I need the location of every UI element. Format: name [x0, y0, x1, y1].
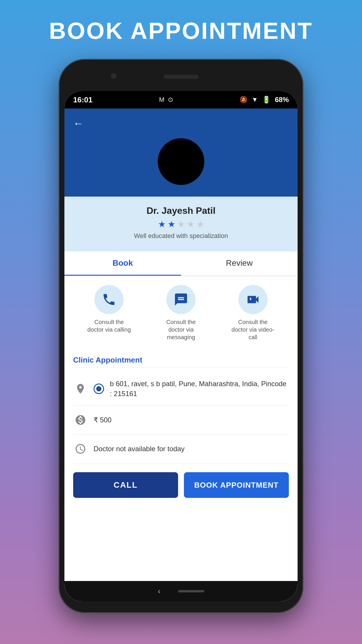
call-button[interactable]: CALL — [73, 472, 178, 498]
book-appointment-button[interactable]: BOOK APPOINTMENT — [184, 472, 289, 498]
address-text: b 601, ravet, s b patil, Pune, Maharasht… — [110, 379, 289, 398]
radio-button[interactable] — [94, 384, 104, 394]
star-1: ★ — [158, 219, 166, 229]
fee-text: ₹ 500 — [94, 415, 112, 425]
bell-icon: 🔕 — [240, 96, 247, 104]
wifi-icon: ▼ — [252, 96, 258, 104]
clock-icon — [73, 442, 88, 456]
video-icon-circle — [238, 285, 268, 314]
home-indicator[interactable] — [178, 590, 204, 592]
phone-bottom-bar: ‹ — [64, 581, 298, 601]
address-row: b 601, ravet, s b patil, Pune, Maharasht… — [73, 372, 289, 406]
doctor-name: Dr. Jayesh Patil — [147, 205, 216, 216]
consult-video-label: Consult the doctor via video-call — [230, 318, 276, 341]
star-2: ★ — [168, 219, 175, 229]
target-icon: ⊙ — [168, 96, 173, 104]
availability-text: Doctor not available for today — [94, 444, 184, 454]
tab-review[interactable]: Review — [181, 251, 298, 276]
status-icons: M ⊙ — [159, 96, 173, 104]
consult-call-label: Consult the doctor via calling — [86, 318, 132, 333]
speaker — [164, 75, 198, 79]
clinic-section-title: Clinic Appointment — [73, 356, 289, 367]
call-icon-circle — [94, 285, 124, 314]
page-title: BOOK APPOINTMENT — [49, 18, 313, 44]
tabs-bar: Book Review — [64, 251, 298, 276]
message-icon-circle — [166, 285, 196, 314]
app-content: ← Dr. Jayesh Patil ★ ★ ★ ★ ★ Well educat… — [64, 108, 298, 581]
star-3: ★ — [177, 219, 185, 229]
avatar — [158, 138, 204, 185]
fee-row: ₹ 500 — [73, 406, 289, 435]
consult-message[interactable]: Consult the doctor via messaging — [158, 285, 204, 341]
availability-row: Doctor not available for today — [73, 435, 289, 463]
fee-icon — [73, 413, 88, 427]
consult-call[interactable]: Consult the doctor via calling — [86, 285, 132, 341]
header-avatar-row — [73, 132, 289, 197]
gmail-icon: M — [159, 96, 164, 104]
battery-icon: 🔋 — [262, 96, 271, 104]
phone-screen: 16:01 M ⊙ 🔕 ▼ 🔋 68% ← — [64, 91, 298, 601]
back-nav-icon[interactable]: ‹ — [158, 587, 160, 596]
status-time: 16:01 — [73, 95, 93, 104]
status-bar: 16:01 M ⊙ 🔕 ▼ 🔋 68% — [64, 91, 298, 108]
phone-icon — [102, 292, 116, 307]
radio-inner — [96, 386, 101, 391]
stars-row: ★ ★ ★ ★ ★ — [158, 219, 204, 229]
consult-row: Consult the doctor via calling Consult t… — [73, 285, 289, 347]
battery-text: 68% — [275, 96, 289, 104]
main-content: Consult the doctor via calling Consult t… — [64, 276, 298, 581]
doctor-desc: Well educated with specialization — [134, 232, 228, 240]
action-buttons: CALL BOOK APPOINTMENT — [73, 463, 289, 501]
back-button[interactable]: ← — [73, 114, 289, 132]
tab-book[interactable]: Book — [64, 251, 181, 276]
phone-frame: 16:01 M ⊙ 🔕 ▼ 🔋 68% ← — [59, 59, 303, 613]
consult-video[interactable]: Consult the doctor via video-call — [230, 285, 276, 341]
star-4: ★ — [187, 219, 195, 229]
chat-icon — [174, 292, 188, 307]
location-icon — [73, 382, 88, 396]
star-5: ★ — [196, 219, 204, 229]
camera — [111, 74, 116, 79]
profile-bg: Dr. Jayesh Patil ★ ★ ★ ★ ★ Well educated… — [64, 197, 298, 251]
status-right-icons: 🔕 ▼ 🔋 68% — [240, 96, 289, 104]
video-icon — [246, 292, 260, 307]
consult-message-label: Consult the doctor via messaging — [158, 318, 204, 341]
